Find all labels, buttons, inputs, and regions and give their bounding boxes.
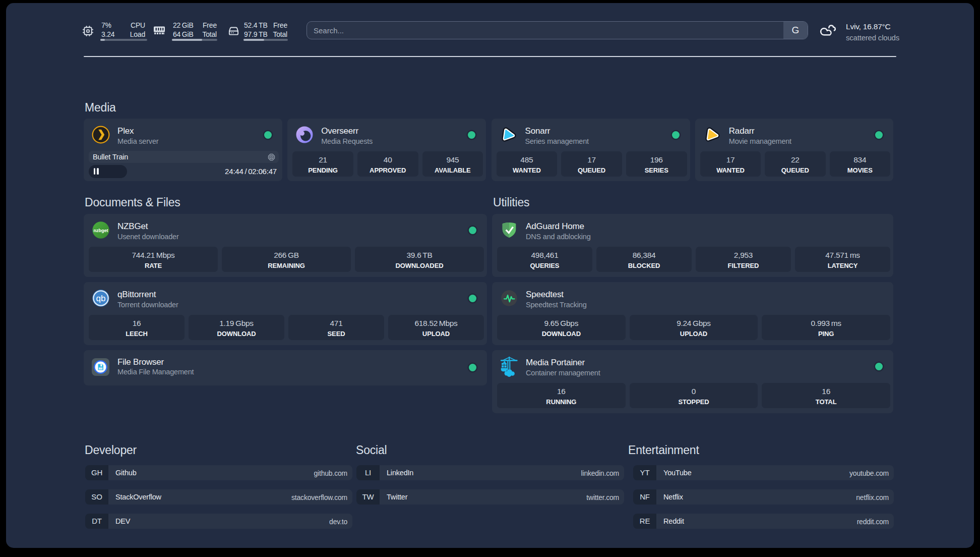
- svg-text:qb: qb: [96, 293, 105, 303]
- svg-text:nzbget: nzbget: [94, 228, 108, 233]
